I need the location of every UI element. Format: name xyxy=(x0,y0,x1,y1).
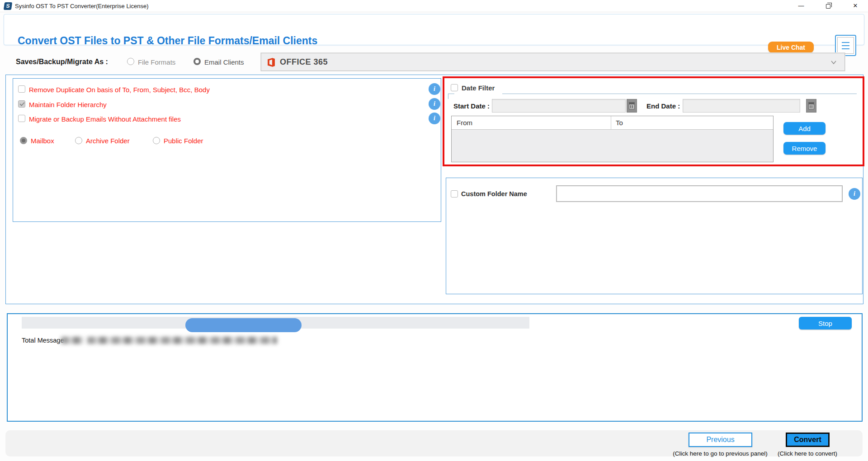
checkbox-remove-duplicate[interactable] xyxy=(18,85,25,93)
groupbox-line xyxy=(502,94,857,94)
radio-file-formats-label[interactable]: File Formats xyxy=(138,58,175,66)
checkbox-maintain-hierarchy[interactable] xyxy=(18,100,25,108)
dropdown-value: OFFICE 365 xyxy=(280,57,328,67)
start-date-input[interactable] xyxy=(492,99,626,113)
redacted-text xyxy=(87,337,277,344)
previous-button[interactable]: Previous xyxy=(689,433,752,447)
checkbox-custom-folder[interactable] xyxy=(451,190,458,198)
column-header-from: From xyxy=(457,119,472,127)
column-header-to: To xyxy=(616,119,623,127)
checkbox-without-attachments-label[interactable]: Migrate or Backup Emails Without Attachm… xyxy=(29,115,181,123)
stop-button[interactable]: Stop xyxy=(799,317,852,329)
column-divider xyxy=(611,116,611,130)
live-chat-button[interactable]: Live Chat xyxy=(768,42,814,53)
custom-folder-input[interactable] xyxy=(556,185,843,202)
page-title: Convert OST Files to PST & Other File Fo… xyxy=(18,35,317,47)
custom-folder-panel: Custom Folder Name i xyxy=(446,178,863,294)
checkbox-remove-duplicate-label[interactable]: Remove Duplicate On basis of To, From, S… xyxy=(29,85,210,94)
conversion-options-panel: Remove Duplicate On basis of To, From, S… xyxy=(13,78,441,222)
redacted-text xyxy=(61,337,84,344)
radio-archive-folder[interactable] xyxy=(75,137,82,144)
info-icon[interactable]: i xyxy=(429,113,440,124)
app-logo-icon: S xyxy=(4,2,12,10)
end-date-input[interactable] xyxy=(683,99,800,113)
progress-bar-track xyxy=(22,317,529,329)
checkbox-date-filter[interactable] xyxy=(451,84,458,91)
radio-public-folder-label[interactable]: Public Folder xyxy=(164,137,203,145)
title-bar: S Sysinfo OST To PST Converter(Enterpris… xyxy=(0,0,868,12)
progress-panel: Stop Total Message xyxy=(7,313,863,422)
save-as-label: Saves/Backup/Migrate As : xyxy=(16,58,108,66)
end-date-label: End Date : xyxy=(646,102,680,110)
date-range-table[interactable]: From To xyxy=(451,116,774,162)
radio-public-folder[interactable] xyxy=(153,137,160,144)
radio-mailbox-label[interactable]: Mailbox xyxy=(31,137,54,145)
radio-email-clients[interactable] xyxy=(193,58,201,65)
info-icon[interactable]: i xyxy=(429,83,440,95)
app-window: S Sysinfo OST To PST Converter(Enterpris… xyxy=(0,0,868,461)
hamburger-icon xyxy=(842,42,849,43)
date-filter-panel: Date Filter Start Date : End Date : From… xyxy=(443,76,864,166)
chevron-down-icon xyxy=(830,59,837,66)
custom-folder-label: Custom Folder Name xyxy=(461,190,527,198)
previous-caption: (Click here to go to previous panel) xyxy=(673,450,767,457)
info-icon[interactable]: i xyxy=(429,98,440,110)
calendar-icon[interactable] xyxy=(627,99,637,113)
header: Convert OST Files to PST & Other File Fo… xyxy=(4,14,864,45)
radio-mailbox[interactable] xyxy=(20,137,27,144)
target-client-dropdown[interactable]: OFFICE 365 xyxy=(261,53,845,71)
add-button[interactable]: Add xyxy=(783,122,826,135)
checkbox-without-attachments[interactable] xyxy=(18,115,25,122)
remove-button[interactable]: Remove xyxy=(783,142,826,155)
window-title: Sysinfo OST To PST Converter(Enterprise … xyxy=(15,0,149,12)
total-message-label: Total Message xyxy=(22,337,64,344)
date-filter-title: Date Filter xyxy=(462,84,495,92)
convert-button[interactable]: Convert xyxy=(786,433,830,447)
convert-caption: (Click here to convert) xyxy=(778,450,837,457)
progress-bar-indicator xyxy=(185,318,302,332)
radio-email-clients-label[interactable]: Email Clients xyxy=(204,58,244,66)
checkbox-maintain-hierarchy-label[interactable]: Maintain Folder Hierarchy xyxy=(29,100,107,108)
maximize-icon[interactable] xyxy=(818,0,839,12)
radio-file-formats[interactable] xyxy=(127,58,134,65)
calendar-icon[interactable] xyxy=(806,99,816,113)
minimize-icon[interactable]: — xyxy=(791,0,811,12)
start-date-label: Start Date : xyxy=(453,102,490,110)
info-icon[interactable]: i xyxy=(849,188,860,200)
close-icon[interactable]: ✕ xyxy=(845,0,866,12)
main-content-panel: Remove Duplicate On basis of To, From, S… xyxy=(5,75,863,304)
radio-archive-folder-label[interactable]: Archive Folder xyxy=(86,137,130,145)
table-header: From To xyxy=(452,116,773,130)
office-365-icon xyxy=(266,57,276,67)
